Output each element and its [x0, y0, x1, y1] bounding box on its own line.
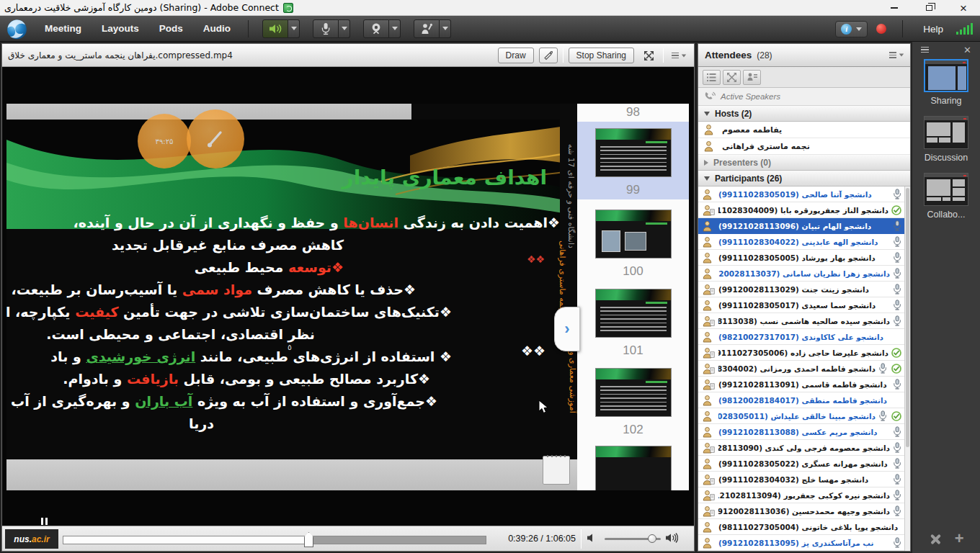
participant-row[interactable]: دانشجو علی کاکاوندی (98210027317017) — [698, 329, 904, 345]
layouts-menu-icon[interactable] — [921, 45, 929, 55]
fullscreen-button[interactable] — [639, 48, 658, 63]
attendee-status-view-button[interactable] — [743, 70, 761, 85]
participant-row[interactable]: دانشجو معصومه فرجی ولی کندی (99121028113… — [698, 440, 904, 456]
minimize-button[interactable] — [886, 1, 902, 14]
help-menu[interactable]: Help — [919, 24, 948, 35]
participant-row[interactable]: دانشجو بهار پورشاد (99111028305005) — [698, 250, 904, 266]
participant-row[interactable]: دانشجو نیره کوکبی جعفرپور (9912102811309… — [698, 487, 904, 503]
volume-max-icon[interactable] — [665, 532, 678, 544]
host-row[interactable]: نجمه ماستری فراهانی — [698, 138, 910, 155]
slide-bullet-line: ❖اهمیت دادن به زندگی انسان‌ها و حفظ و نگ… — [15, 212, 560, 234]
layout-thumbnail[interactable] — [924, 116, 968, 149]
volume-min-icon[interactable] — [587, 533, 595, 543]
pointer-tool-button[interactable] — [539, 48, 558, 63]
draw-button[interactable]: Draw — [498, 48, 534, 63]
participant-status-icons — [893, 189, 901, 199]
participant-row[interactable]: دانشجو وجیهه محمدحسین (99120028113036) — [698, 503, 904, 519]
webcam-dropdown[interactable] — [389, 19, 401, 38]
next-slide-button[interactable]: › — [554, 307, 580, 351]
menu-audio[interactable]: Audio — [193, 16, 241, 42]
microphone-button[interactable] — [313, 19, 339, 38]
close-button[interactable]: × — [956, 1, 971, 14]
window-title: دومین کارگاه آموزشی خلاقیت درمعماری (Sha… — [4, 2, 279, 13]
participant-row[interactable]: دانشجو زهرا نظریان سامانی (9912002811303… — [698, 266, 904, 282]
recording-indicator-icon — [876, 24, 886, 34]
share-pod-menu-button[interactable] — [669, 51, 690, 60]
menu-layouts[interactable]: Layouts — [92, 16, 149, 42]
participant-row[interactable]: دانشجو آتنا صالحی (99111028305019) — [698, 186, 904, 202]
participant-row[interactable]: دانشجو علیرضا حاجی زاده (99111027305006) — [698, 345, 904, 361]
participant-row[interactable]: دانشجو زینت جنت (99120028113029) — [698, 282, 904, 297]
participant-row[interactable]: نب مرآتاسکندری یز (99121028113095) — [698, 535, 904, 551]
participant-row[interactable]: دانشجو فاطمه منطقی (98120028184017) — [698, 392, 904, 408]
seek-handle[interactable] — [304, 532, 313, 547]
add-layout-icon[interactable]: + — [955, 531, 964, 546]
participant-row[interactable]: دانشجو الهام تبیان (99121028113096) — [698, 218, 904, 234]
layout-thumbnail[interactable] — [924, 59, 968, 92]
participant-name: دانشجو فاطمه منطقی (98120028184017) — [718, 396, 899, 405]
connection-status-icon[interactable] — [956, 23, 973, 35]
layout-item-discussion[interactable]: Discussion — [912, 116, 980, 163]
scrollbar-thumb[interactable] — [906, 188, 909, 447]
participant-status-icons — [893, 490, 901, 500]
menu-meeting[interactable]: Meeting — [35, 16, 92, 42]
attendee-icon — [703, 410, 715, 422]
seek-bar-remaining — [311, 536, 486, 544]
agree-check-icon — [891, 411, 901, 421]
layout-label: Sharing — [912, 96, 980, 106]
attendees-pod-menu-button[interactable] — [886, 50, 907, 60]
shared-video-area[interactable]: ۳۹:۲۵ اهداف معماری پایدار ❖اهمیت دادن به… — [2, 67, 694, 527]
host-row[interactable]: یفاطمه معصوم — [698, 122, 910, 138]
slide-thumbnail[interactable] — [595, 289, 672, 338]
layout-item-collabo[interactable]: Collabo... — [912, 173, 980, 220]
microphone-right-icon — [893, 426, 901, 437]
selected-slide-item[interactable]: 99 — [577, 122, 689, 199]
participant-row[interactable]: دانشجو فاطمه احمدی ورمزانی (991110283040… — [698, 361, 904, 377]
slide-thumbnail[interactable] — [595, 210, 672, 258]
stop-sharing-button[interactable]: Stop Sharing — [569, 48, 634, 63]
close-rail-icon[interactable]: ✕ — [963, 45, 971, 55]
slide-thumbnail[interactable] — [595, 128, 672, 177]
hosts-section-header[interactable]: Hosts (2) — [698, 106, 910, 122]
slide-number: 99 — [577, 181, 689, 197]
participant-row[interactable]: دانشجو سما سعیدی (99111028305017) — [698, 297, 904, 313]
participant-row[interactable]: دانشجو مبینا خالقی علیداش (9911102830501… — [698, 408, 904, 424]
participant-status-icons — [893, 315, 901, 326]
toolbar-separator — [663, 48, 664, 63]
slide-thumbnail[interactable] — [595, 368, 672, 417]
raise-hand-dropdown[interactable] — [440, 19, 451, 38]
speaker-dropdown[interactable] — [288, 19, 300, 38]
participant-status-icons — [878, 363, 901, 374]
participant-row[interactable]: دانشجو الناز جعفرپورقره بابا (9911102830… — [698, 202, 904, 218]
participant-row[interactable]: دانشجو فاطمه قاسمی (99121028113091) — [698, 377, 904, 392]
slide-filmstrip[interactable]: 98 99 100 101 102 — [577, 104, 689, 490]
participant-name: دانشجو آتنا صالحی (99111028305019) — [718, 190, 890, 199]
participants-scrollbar[interactable] — [904, 186, 910, 551]
participant-row[interactable]: دانشجو مهرانه عسگری (99111028305022) — [698, 456, 904, 472]
participant-row[interactable]: دانشجو الهه عابدینی (99111028304022) — [698, 234, 904, 250]
menu-pods[interactable]: Pods — [149, 16, 193, 42]
breakout-view-button[interactable] — [723, 70, 741, 85]
slide-bullet-line: ❖حذف یا کاهش مصرف مواد سمی یا آسیب‌رسان … — [15, 279, 416, 301]
attendee-list-view-button[interactable] — [703, 70, 721, 85]
microphone-dropdown[interactable] — [339, 19, 350, 38]
layout-item-sharing[interactable]: Sharing — [912, 59, 980, 106]
participant-row[interactable]: دانشجو مهسا خلج (99111028304032) — [698, 472, 904, 487]
seek-bar[interactable] — [63, 536, 486, 544]
layout-thumbnail[interactable] — [924, 173, 968, 206]
restore-button[interactable] — [921, 1, 937, 14]
participants-section-header[interactable]: Participants (26) — [698, 171, 910, 186]
slide-number: 98 — [577, 104, 689, 120]
microphone-icon — [321, 22, 331, 35]
layout-tools-icon[interactable] — [928, 531, 943, 546]
webcam-button[interactable] — [363, 19, 389, 38]
meeting-info-button[interactable]: i — [835, 21, 868, 37]
presenters-section-header[interactable]: Presenters (0) — [698, 155, 910, 171]
volume-slider-handle[interactable] — [648, 534, 656, 543]
speaker-button[interactable] — [262, 19, 288, 38]
participant-row[interactable]: دانشجو مریم عکسی (99121028113088) — [698, 424, 904, 440]
participant-row[interactable]: دانشجو پویا بلاغی خاتونی (98111027305004… — [698, 519, 904, 535]
participant-row[interactable]: دانشجو سیده صالحیه هاشمی نسب (9912002811… — [698, 313, 904, 329]
raise-hand-button[interactable] — [414, 19, 440, 38]
slide-thumbnail[interactable] — [595, 446, 672, 490]
